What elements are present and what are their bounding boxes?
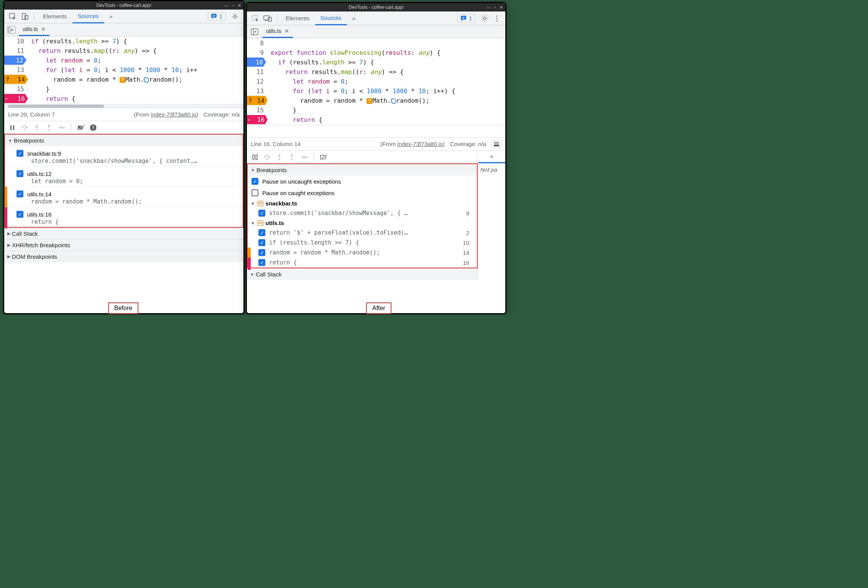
navigator-toggle-icon[interactable]	[7, 26, 16, 34]
breakpoint-item[interactable]: ✓ return { 16	[248, 258, 477, 268]
logpoint-marker[interactable]: 16	[4, 94, 28, 103]
svg-point-26	[496, 18, 498, 19]
xhr-breakpoints-section-header[interactable]: ▶ XHR/fetch Breakpoints	[4, 239, 243, 251]
file-tab-utils[interactable]: utils.ts ✕	[19, 23, 49, 36]
breakpoint-marker[interactable]: 10	[247, 57, 266, 67]
code-editor[interactable]: 8 9 10 11 12 13 14 15 16 export function…	[247, 38, 505, 125]
device-icon[interactable]	[20, 11, 30, 22]
more-tabs[interactable]: »	[104, 10, 118, 23]
breakpoint-group-header[interactable]: ▼ <> snackbar.ts	[248, 199, 477, 208]
svg-rect-16	[93, 129, 94, 130]
settings-icon[interactable]	[230, 11, 240, 22]
logpoint-marker[interactable]: 16	[247, 115, 268, 124]
elements-tab[interactable]: Elements	[38, 10, 72, 23]
pause-uncaught-checkbox[interactable]: ✓	[252, 178, 258, 185]
breakpoint-item[interactable]: ✓ return '$' + parseFloat(value).toFixed…	[248, 228, 477, 238]
more-status-icon[interactable]	[492, 140, 501, 148]
breakpoint-item[interactable]: ✓ if (results.length >= 7) { 10	[248, 238, 477, 248]
close-icon[interactable]: ✕	[41, 26, 46, 32]
svg-point-38	[306, 156, 307, 158]
close-icon[interactable]: ✕	[284, 28, 289, 34]
horizontal-scrollbar[interactable]	[4, 104, 243, 108]
issues-badge[interactable]: 1	[457, 14, 475, 23]
breakpoint-item[interactable]: ✓ utils.ts:12 let random = 0;	[5, 166, 243, 186]
more-panels-icon[interactable]: »	[478, 150, 505, 163]
pause-caught-checkbox[interactable]	[252, 189, 258, 196]
breakpoint-checkbox[interactable]: ✓	[258, 210, 265, 217]
pause-icon[interactable]	[7, 122, 18, 133]
pause-exceptions-icon[interactable]	[87, 122, 99, 133]
breakpoint-checkbox[interactable]: ✓	[258, 229, 265, 236]
navigator-toggle-icon[interactable]	[250, 28, 259, 36]
breakpoint-marker[interactable]: 12	[4, 56, 26, 65]
file-tabs-row: utils.ts ✕	[4, 23, 243, 36]
breakpoint-item[interactable]: ✓ snackbar.ts:9 store.commit('snackbar/s…	[5, 146, 243, 166]
step-out-icon[interactable]	[286, 152, 298, 163]
step-out-icon[interactable]	[43, 122, 55, 133]
deactivate-breakpoints-icon[interactable]	[318, 152, 329, 163]
window-controls[interactable]: —▫✕	[224, 3, 241, 8]
step-over-icon[interactable]	[261, 152, 273, 163]
gutter[interactable]: 8 9 10 11 12 13 14 15 16	[247, 38, 268, 125]
breakpoint-checkbox[interactable]: ✓	[16, 150, 23, 157]
elements-tab[interactable]: Elements	[280, 11, 315, 25]
breakpoint-item[interactable]: ✓ random = random * Math.random(); 14	[248, 248, 477, 258]
file-type-icon: <>	[257, 220, 263, 226]
svg-point-23	[483, 17, 486, 20]
breakpoint-checkbox[interactable]: ✓	[16, 211, 23, 218]
breakpoint-item[interactable]: ✓ store.commit('snackbar/showMessage', {…	[248, 208, 477, 218]
settings-icon[interactable]	[479, 13, 490, 24]
breakpoint-item[interactable]: ✓ utils.ts:16 return {	[5, 207, 243, 227]
sources-tab[interactable]: Sources	[315, 11, 347, 25]
gutter[interactable]: 10 11 12 13 14 15 16	[4, 36, 28, 104]
step-into-icon[interactable]	[31, 122, 43, 133]
step-into-icon[interactable]	[274, 152, 285, 163]
svg-point-12	[63, 127, 65, 128]
breakpoint-group-header[interactable]: ▼ <> utils.ts	[248, 218, 477, 228]
step-over-icon[interactable]	[19, 122, 30, 133]
breakpoints-section-header[interactable]: ▼ Breakpoints	[248, 164, 477, 176]
breakpoint-checkbox[interactable]: ✓	[16, 170, 23, 177]
conditional-breakpoint-marker[interactable]: 14	[247, 96, 268, 105]
breakpoint-checkbox[interactable]: ✓	[258, 239, 265, 246]
more-tabs[interactable]: »	[347, 11, 361, 25]
titlebar: DevTools - coffee-cart.app/ —▫✕	[4, 1, 243, 10]
pause-caught-row[interactable]: Pause on caught exceptions	[248, 187, 477, 199]
svg-rect-19	[265, 20, 268, 21]
pause-uncaught-row[interactable]: ✓ Pause on uncaught exceptions	[248, 176, 477, 187]
sources-tab[interactable]: Sources	[72, 10, 104, 23]
breakpoint-checkbox[interactable]: ✓	[16, 191, 23, 197]
code-content[interactable]: if (results.length >= 7) { return result…	[28, 36, 243, 104]
inspect-icon[interactable]	[7, 11, 18, 22]
svg-rect-15	[93, 126, 94, 128]
collapse-icon: ▼	[251, 221, 255, 225]
function-badge-icon	[144, 77, 149, 83]
step-icon[interactable]	[298, 152, 310, 163]
window-controls[interactable]: —▫✕	[486, 5, 503, 10]
file-tab-utils[interactable]: utils.ts ✕	[262, 25, 293, 38]
pause-icon[interactable]	[249, 152, 261, 163]
source-map-link[interactable]: index-73f73a80.js	[397, 141, 442, 147]
svg-rect-6	[8, 28, 10, 32]
conditional-breakpoint-marker[interactable]: 14	[4, 75, 28, 84]
step-icon[interactable]	[56, 122, 67, 133]
callstack-section-header[interactable]: ▶ Call Stack	[4, 228, 243, 239]
breakpoint-checkbox[interactable]: ✓	[258, 259, 265, 266]
code-editor[interactable]: 10 11 12 13 14 15 16 if (results.length …	[4, 36, 243, 104]
inspect-icon[interactable]	[250, 13, 261, 24]
bottom-divider	[247, 125, 505, 137]
more-menu-icon[interactable]	[492, 13, 502, 24]
breakpoint-checkbox[interactable]: ✓	[258, 249, 265, 256]
device-icon[interactable]	[262, 13, 273, 24]
deactivate-breakpoints-icon[interactable]	[75, 122, 87, 133]
breakpoint-item[interactable]: ✓ utils.ts:14 random = random * Math.ran…	[5, 186, 243, 207]
breakpoints-section-header[interactable]: ▼ Breakpoints	[5, 135, 243, 146]
code-content[interactable]: export function slowProcessing(results: …	[268, 38, 505, 125]
after-window: DevTools - coffee-cart.app/ —▫✕ Elements…	[246, 2, 506, 314]
callstack-section-header[interactable]: ▼ Call Stack	[247, 268, 478, 280]
source-map-link[interactable]: index-73f73a80.js	[151, 111, 196, 118]
after-label: After	[366, 302, 391, 314]
dom-breakpoints-section-header[interactable]: ▶ DOM Breakpoints	[4, 251, 243, 262]
issues-badge[interactable]: 1	[208, 12, 226, 21]
debug-toolbar	[4, 121, 243, 134]
